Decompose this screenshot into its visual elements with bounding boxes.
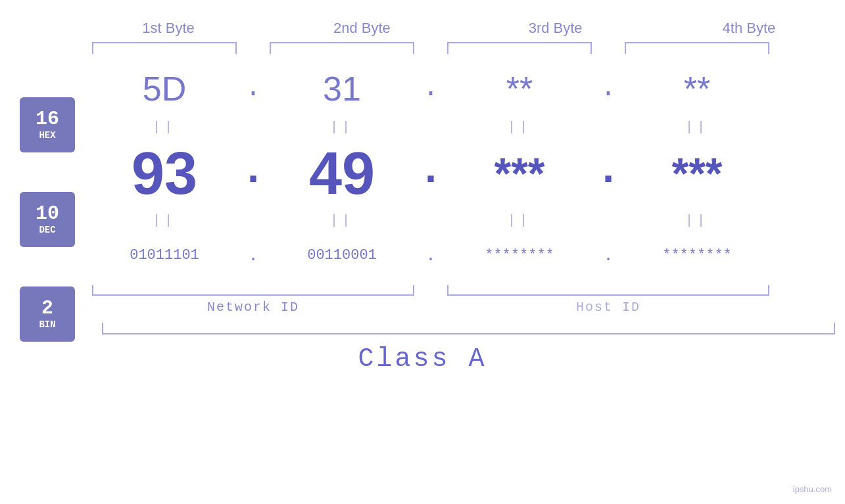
hex-byte4: ** xyxy=(625,69,769,108)
network-bracket xyxy=(92,285,414,296)
hex-byte3: ** xyxy=(447,69,592,108)
bin-byte3: ******** xyxy=(447,247,592,263)
sep-row-2: || || || || xyxy=(0,210,845,231)
sep1-b3: || xyxy=(447,120,592,135)
hex-byte1: 5D xyxy=(92,69,237,108)
hex-byte2: 31 xyxy=(270,69,414,108)
hex-name: HEX xyxy=(39,130,55,141)
bottom-brackets xyxy=(0,285,845,296)
bin-byte4: ******** xyxy=(625,247,769,263)
bracket-byte2 xyxy=(270,42,414,54)
sep2-b1: || xyxy=(92,213,237,228)
dec-row: 93 . 49 . *** . *** xyxy=(0,137,845,210)
bracket-byte3 xyxy=(447,42,592,54)
byte2-header: 2nd Byte xyxy=(289,20,434,37)
byte1-header: 1st Byte xyxy=(96,20,241,37)
hex-num: 16 xyxy=(36,109,59,129)
dec-name: DEC xyxy=(39,225,55,235)
hex-dot3: . xyxy=(592,74,625,103)
sep2-b2: || xyxy=(270,213,414,228)
top-brackets xyxy=(0,42,845,54)
sep-row-1: || || || || xyxy=(0,116,845,137)
main-container: 1st Byte 2nd Byte 3rd Byte 4th Byte 16 H… xyxy=(0,0,845,504)
sep2-b3: || xyxy=(447,213,592,228)
class-label: Class A xyxy=(358,344,487,374)
dec-byte1: 93 xyxy=(92,140,237,208)
dec-byte3: *** xyxy=(447,149,592,198)
big-bottom-bracket xyxy=(102,323,835,334)
dec-dot3: . xyxy=(592,147,625,200)
hex-dot2: . xyxy=(414,74,447,103)
dec-dot2: . xyxy=(414,147,447,200)
sep1-b2: || xyxy=(270,120,414,135)
dec-byte4: *** xyxy=(625,149,769,198)
bin-dot1: . xyxy=(237,246,270,265)
hex-label: 16 HEX xyxy=(20,97,75,152)
base-labels: 16 HEX 10 DEC 2 BIN xyxy=(20,97,75,342)
bin-dot2: . xyxy=(414,246,447,265)
hex-dot1: . xyxy=(237,74,270,103)
id-labels: Network ID Host ID xyxy=(0,300,845,315)
dec-label: 10 DEC xyxy=(20,192,75,247)
bin-dot3: . xyxy=(592,246,625,265)
watermark: ipshu.com xyxy=(793,484,832,494)
bin-row: 01011101 . 00110001 . ******** . *******… xyxy=(0,231,845,280)
dec-num: 10 xyxy=(36,204,59,223)
bracket-byte1 xyxy=(92,42,237,54)
host-id-label: Host ID xyxy=(447,300,769,315)
sep1-b4: || xyxy=(625,120,769,135)
dec-dot1: . xyxy=(237,147,270,200)
network-id-label: Network ID xyxy=(92,300,414,315)
dec-byte2: 49 xyxy=(270,140,414,208)
sep2-b4: || xyxy=(625,213,769,228)
byte-headers: 1st Byte 2nd Byte 3rd Byte 4th Byte xyxy=(0,20,845,37)
sep1-b1: || xyxy=(92,120,237,135)
hex-row: 5D . 31 . ** . ** xyxy=(0,60,845,116)
bin-byte2: 00110001 xyxy=(270,247,414,263)
bin-byte1: 01011101 xyxy=(92,247,237,263)
host-bracket xyxy=(447,285,769,296)
bin-name: BIN xyxy=(39,319,55,330)
bin-label: 2 BIN xyxy=(20,286,75,342)
bracket-byte4 xyxy=(625,42,769,54)
byte4-header: 4th Byte xyxy=(677,20,821,37)
bin-num: 2 xyxy=(41,298,53,318)
byte3-header: 3rd Byte xyxy=(483,20,628,37)
